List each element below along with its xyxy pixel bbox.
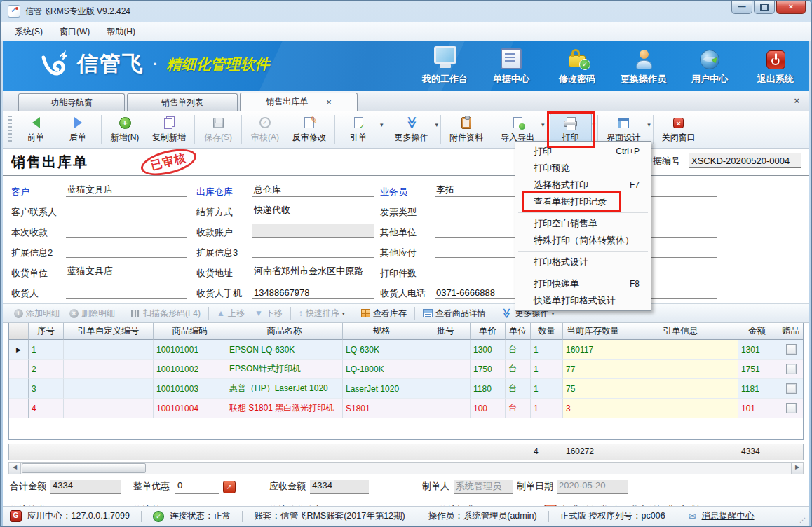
menu-item-print-blank-sales[interactable]: 打印空白销售单 — [515, 215, 651, 232]
menu-item-print[interactable]: 打印 Ctrl+P — [515, 143, 651, 160]
menu-window[interactable]: 窗口(W) — [51, 24, 98, 40]
connection-ok-icon: ✓ — [153, 511, 164, 522]
detail-toolbar: + 添加明细 × 删除明细 扫描条形码(F4) ▲ 上移 — [3, 303, 809, 323]
banner-action-switch-operator[interactable]: 更换操作员 — [621, 47, 666, 85]
delivery-address-field[interactable]: 河南省郑州市金水区中原路 — [252, 264, 374, 278]
receivable-field: 4334 — [310, 480, 369, 494]
grid-row-1[interactable]: ▶ 1 100101001 EPSON LQ-630K LQ-630K 1300… — [9, 340, 803, 360]
edit-doc-icon — [304, 117, 314, 128]
minimize-button[interactable]: — — [731, 1, 752, 14]
salesman-label: 业务员 — [380, 186, 407, 198]
copy-icon — [164, 118, 172, 129]
import-export-dropdown-icon[interactable]: ▾ — [541, 121, 545, 138]
gift-checkbox[interactable] — [786, 403, 797, 413]
grid-row-3[interactable]: 3 100101003 惠普（HP）LaserJet 1020 LaserJet… — [9, 379, 803, 399]
gift-checkbox[interactable] — [786, 383, 797, 394]
payment-now-field[interactable] — [66, 224, 187, 238]
pull-doc-dropdown-icon[interactable]: ▾ — [380, 121, 384, 138]
receiver-field[interactable] — [66, 285, 187, 299]
form-toolbar: 前单 后单 + 新增(N) 复制新增 保存(S) ✓ — [3, 111, 809, 149]
scroll-right-arrow[interactable]: ▶ — [791, 463, 803, 474]
close-window-button[interactable]: × 关闭窗口 — [656, 114, 702, 146]
attachments-button[interactable]: 附件资料 — [443, 114, 489, 146]
view-stock-button[interactable]: 查看库存 — [357, 306, 411, 321]
receiver-unit-field[interactable]: 蓝猫文具店 — [66, 264, 187, 278]
menu-item-express-format-design[interactable]: 快递单打印格式设计 — [515, 292, 651, 309]
customer-contact-label: 客户联系人 — [11, 206, 57, 219]
more-actions-dropdown-icon[interactable]: ▾ — [435, 121, 439, 138]
doc-no-value: XSCKD-20200520-0004 — [689, 153, 801, 168]
menu-item-select-format-print[interactable]: 选择格式打印 F7 — [515, 177, 651, 193]
ext-info3-field[interactable] — [252, 244, 374, 258]
more-actions-button[interactable]: ≫ 更多操作 — [388, 114, 435, 146]
total-amount-label: 合计金额 — [10, 480, 46, 493]
audit-button: ✓ 审核(A) — [244, 114, 286, 146]
new-button[interactable]: + 新增(N) — [104, 114, 146, 146]
quick-sort-button: ↕ 快速排序 ▾ — [295, 306, 349, 321]
sort-icon: ↕ — [299, 308, 303, 318]
banner-action-change-password[interactable]: 修改密码 — [555, 47, 600, 85]
print-dropdown-icon[interactable]: ▾ — [593, 121, 596, 138]
menu-item-print-express[interactable]: 打印快递单 F8 — [515, 275, 651, 292]
maximize-button[interactable] — [754, 1, 775, 14]
unaudit-edit-button[interactable]: 反审修改 — [286, 114, 332, 146]
barcode-icon — [131, 310, 140, 317]
scroll-left-arrow[interactable]: ◀ — [9, 463, 21, 474]
workbench-monitor-icon — [434, 46, 456, 64]
menu-item-view-print-records[interactable]: 查看单据打印记录 — [515, 193, 651, 210]
banner-action-document-center[interactable]: 单据中心 — [489, 47, 534, 85]
arrow-down-icon: ▼ — [255, 309, 263, 317]
total-quantity: 4 — [534, 446, 539, 456]
warehouse-field[interactable]: 总仓库 — [252, 183, 374, 197]
next-doc-button[interactable]: 后单 — [57, 114, 99, 146]
ui-design-dropdown-icon[interactable]: ▾ — [647, 121, 651, 138]
receiver-unit-label: 收货单位 — [11, 267, 48, 280]
scrollbar-thumb[interactable] — [22, 463, 146, 473]
tab-function-nav[interactable]: 功能导航窗 — [18, 93, 125, 111]
footer-fields: 合计金额 4334 整单优惠 0 ↗ 应收金额 4334 制单人 系统管理员 制… — [3, 480, 809, 506]
ext-info2-field[interactable] — [66, 244, 187, 258]
view-product-detail-button[interactable]: 查看商品详情 — [419, 306, 490, 321]
tabstrip-close-button[interactable]: × — [794, 95, 799, 106]
customer-field[interactable]: 蓝猫文具店 — [66, 183, 187, 197]
arrow-left-icon — [32, 117, 40, 128]
discount-action-icon[interactable]: ↗ — [223, 481, 236, 493]
brand-banner: 信管飞 · 精细化管理软件 我的工作台 单据中心 修改密码 — [3, 41, 809, 91]
receiver-mobile-field[interactable]: 13488667978 — [252, 285, 374, 299]
order-discount-field[interactable]: 0 — [175, 480, 219, 494]
close-button[interactable]: × — [776, 1, 806, 14]
status-bar: G 应用中心：127.0.0.1:7099 ✓ 连接状态：正常 账套：信管飞RM… — [3, 506, 809, 526]
detail-grid: 序号 引单自定义编号 商品编码 商品名称 规格 批号 单价 单位 数量 当前库存… — [8, 323, 804, 440]
stock-grid-icon — [361, 309, 370, 317]
gift-checkbox[interactable] — [786, 364, 797, 374]
menu-item-special-print[interactable]: 特殊打印（简体转繁体） — [515, 232, 651, 249]
tab-sales-outbound[interactable]: 销售出库单 × — [240, 93, 358, 111]
gift-checkbox[interactable] — [786, 344, 797, 355]
pull-doc-button[interactable]: 引单 — [337, 114, 379, 146]
banner-action-workbench[interactable]: 我的工作台 — [422, 47, 468, 85]
print-dropdown-menu: 打印 Ctrl+P 打印预览 选择格式打印 F7 查看单据打印记录 打印空白销售… — [515, 141, 651, 311]
grid-row-2[interactable]: 2 100101002 EPSON针式打印机 LQ-1800K 1750 台 1… — [9, 360, 803, 379]
grid-row-4[interactable]: 4 100101004 联想 S1801 黑白激光打印机 S1801 100 台… — [9, 399, 803, 418]
menu-system[interactable]: 系统(S) — [6, 24, 51, 40]
banner-action-exit[interactable]: 退出系统 — [753, 47, 798, 85]
menu-separator — [518, 273, 648, 273]
resize-grip[interactable]: ⋰ — [799, 516, 806, 523]
create-date-field: 2020-05-20 — [557, 480, 628, 494]
customer-contact-field[interactable] — [66, 203, 187, 217]
settlement-label: 结算方式 — [196, 206, 233, 219]
prev-doc-button[interactable]: 前单 — [15, 114, 57, 146]
tab-sales-list[interactable]: 销售单列表 — [127, 93, 238, 111]
horizontal-scrollbar[interactable]: ◀ ▶ — [8, 462, 804, 474]
copy-new-button[interactable]: 复制新增 — [146, 114, 192, 146]
menu-help[interactable]: 帮助(H) — [98, 24, 144, 40]
app-center-icon: G — [10, 510, 22, 522]
message-center-link[interactable]: 消息提醒中心 — [702, 510, 755, 522]
delete-circle-icon: × — [69, 309, 79, 318]
menu-item-print-preview[interactable]: 打印预览 — [515, 160, 651, 177]
tab-close-icon[interactable]: × — [326, 97, 332, 107]
banner-action-user-center[interactable]: 用户中心 — [687, 47, 732, 85]
menu-item-print-format-design[interactable]: 打印格式设计 — [515, 254, 651, 271]
settlement-field[interactable]: 快递代收 — [252, 203, 374, 217]
window-layout-icon — [618, 118, 629, 128]
